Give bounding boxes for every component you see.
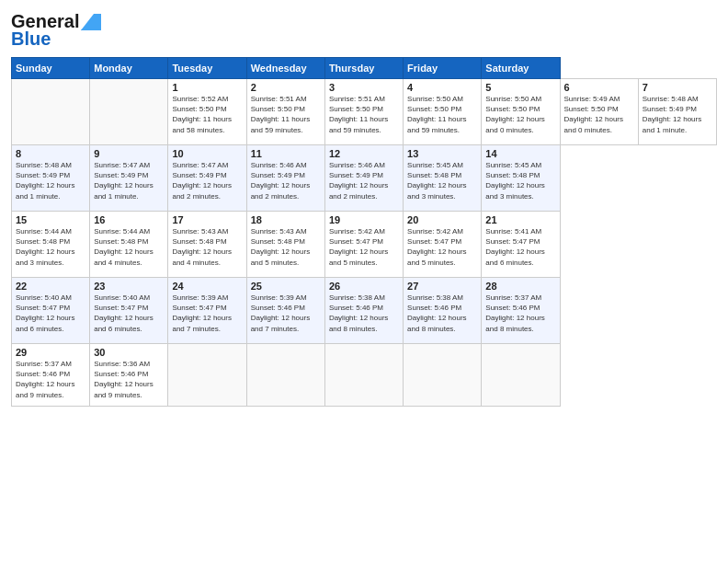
calendar-cell: 30Sunrise: 5:36 AMSunset: 5:46 PMDayligh… (90, 344, 168, 407)
calendar-cell: 8Sunrise: 5:48 AMSunset: 5:49 PMDaylight… (12, 145, 90, 212)
calendar-cell: 25Sunrise: 5:39 AMSunset: 5:46 PMDayligh… (246, 278, 324, 344)
calendar-week-row: 8Sunrise: 5:48 AMSunset: 5:49 PMDaylight… (12, 145, 717, 212)
day-number: 24 (172, 281, 242, 292)
logo-icon (81, 14, 101, 30)
day-number: 10 (172, 148, 242, 159)
day-info: Sunrise: 5:50 AMSunset: 5:50 PMDaylight:… (407, 94, 477, 135)
calendar-cell: 18Sunrise: 5:43 AMSunset: 5:48 PMDayligh… (246, 212, 324, 278)
calendar-cell: 15Sunrise: 5:44 AMSunset: 5:48 PMDayligh… (12, 212, 90, 278)
calendar-cell: 23Sunrise: 5:40 AMSunset: 5:47 PMDayligh… (90, 278, 168, 344)
calendar-cell: 12Sunrise: 5:46 AMSunset: 5:49 PMDayligh… (324, 145, 403, 212)
calendar-cell: 9Sunrise: 5:47 AMSunset: 5:49 PMDaylight… (90, 145, 168, 212)
calendar-cell: 14Sunrise: 5:45 AMSunset: 5:48 PMDayligh… (482, 145, 560, 212)
day-info: Sunrise: 5:45 AMSunset: 5:48 PMDaylight:… (407, 160, 477, 201)
page-header: General Blue (11, 11, 717, 50)
day-number: 13 (407, 148, 477, 159)
day-number: 30 (94, 347, 164, 358)
calendar-cell: 1Sunrise: 5:52 AMSunset: 5:50 PMDaylight… (168, 79, 246, 145)
day-info: Sunrise: 5:44 AMSunset: 5:48 PMDaylight:… (16, 226, 85, 268)
svg-marker-1 (81, 14, 101, 30)
day-number: 27 (407, 281, 477, 292)
day-info: Sunrise: 5:39 AMSunset: 5:46 PMDaylight:… (251, 293, 321, 334)
calendar-cell: 11Sunrise: 5:46 AMSunset: 5:49 PMDayligh… (246, 145, 324, 212)
day-number: 3 (329, 82, 399, 93)
calendar-cell: 19Sunrise: 5:42 AMSunset: 5:47 PMDayligh… (324, 212, 403, 278)
calendar-cell: 6Sunrise: 5:49 AMSunset: 5:50 PMDaylight… (560, 79, 638, 145)
day-info: Sunrise: 5:47 AMSunset: 5:49 PMDaylight:… (172, 160, 242, 201)
day-info: Sunrise: 5:50 AMSunset: 5:50 PMDaylight:… (485, 94, 555, 135)
calendar-page: General Blue SundayMondayTuesdayWednesda… (0, 0, 728, 563)
day-info: Sunrise: 5:41 AMSunset: 5:47 PMDaylight:… (485, 226, 555, 268)
calendar-week-row: 22Sunrise: 5:40 AMSunset: 5:47 PMDayligh… (12, 278, 717, 344)
calendar-week-row: 1Sunrise: 5:52 AMSunset: 5:50 PMDaylight… (12, 79, 717, 145)
day-info: Sunrise: 5:40 AMSunset: 5:47 PMDaylight:… (94, 293, 164, 334)
day-info: Sunrise: 5:46 AMSunset: 5:49 PMDaylight:… (329, 160, 399, 201)
day-info: Sunrise: 5:39 AMSunset: 5:47 PMDaylight:… (172, 293, 242, 334)
calendar-cell: 29Sunrise: 5:37 AMSunset: 5:46 PMDayligh… (12, 344, 90, 407)
day-number: 21 (485, 214, 555, 225)
day-info: Sunrise: 5:51 AMSunset: 5:50 PMDaylight:… (329, 94, 399, 135)
calendar-cell: 5Sunrise: 5:50 AMSunset: 5:50 PMDaylight… (482, 79, 560, 145)
day-number: 4 (407, 82, 477, 93)
calendar-week-row: 29Sunrise: 5:37 AMSunset: 5:46 PMDayligh… (12, 344, 717, 407)
calendar-cell (12, 79, 90, 145)
day-number: 23 (94, 281, 164, 292)
day-info: Sunrise: 5:42 AMSunset: 5:47 PMDaylight:… (329, 226, 399, 268)
day-number: 28 (485, 281, 555, 292)
calendar-cell: 21Sunrise: 5:41 AMSunset: 5:47 PMDayligh… (482, 212, 560, 278)
weekday-header: Monday (90, 58, 168, 79)
day-info: Sunrise: 5:48 AMSunset: 5:49 PMDaylight:… (643, 94, 712, 135)
day-number: 26 (329, 281, 399, 292)
day-number: 19 (329, 214, 399, 225)
weekday-header: Sunday (12, 58, 90, 79)
day-number: 11 (251, 148, 321, 159)
day-info: Sunrise: 5:49 AMSunset: 5:50 PMDaylight:… (564, 94, 634, 135)
calendar-table: SundayMondayTuesdayWednesdayThursdayFrid… (11, 57, 717, 407)
calendar-cell (246, 344, 324, 407)
day-info: Sunrise: 5:43 AMSunset: 5:48 PMDaylight:… (251, 226, 321, 268)
day-number: 14 (485, 148, 555, 159)
calendar-cell: 20Sunrise: 5:42 AMSunset: 5:47 PMDayligh… (404, 212, 482, 278)
day-info: Sunrise: 5:46 AMSunset: 5:49 PMDaylight:… (251, 160, 321, 201)
calendar-cell: 27Sunrise: 5:38 AMSunset: 5:46 PMDayligh… (404, 278, 482, 344)
day-number: 6 (564, 82, 634, 93)
calendar-cell (324, 344, 403, 407)
calendar-cell (168, 344, 246, 407)
day-number: 25 (251, 281, 321, 292)
logo: General Blue (11, 11, 101, 50)
day-number: 15 (16, 214, 85, 225)
calendar-cell: 26Sunrise: 5:38 AMSunset: 5:46 PMDayligh… (324, 278, 403, 344)
day-number: 2 (251, 82, 321, 93)
calendar-cell (90, 79, 168, 145)
calendar-cell: 2Sunrise: 5:51 AMSunset: 5:50 PMDaylight… (246, 79, 324, 145)
day-number: 17 (172, 214, 242, 225)
day-info: Sunrise: 5:51 AMSunset: 5:50 PMDaylight:… (251, 94, 321, 135)
weekday-header: Thursday (324, 58, 403, 79)
day-info: Sunrise: 5:42 AMSunset: 5:47 PMDaylight:… (407, 226, 477, 268)
day-number: 7 (643, 82, 712, 93)
calendar-cell: 10Sunrise: 5:47 AMSunset: 5:49 PMDayligh… (168, 145, 246, 212)
weekday-header: Saturday (482, 58, 560, 79)
day-info: Sunrise: 5:48 AMSunset: 5:49 PMDaylight:… (16, 160, 85, 201)
day-info: Sunrise: 5:47 AMSunset: 5:49 PMDaylight:… (94, 160, 164, 201)
day-number: 18 (251, 214, 321, 225)
calendar-cell: 3Sunrise: 5:51 AMSunset: 5:50 PMDaylight… (324, 79, 403, 145)
weekday-header: Wednesday (246, 58, 324, 79)
weekday-header: Friday (404, 58, 482, 79)
calendar-header: SundayMondayTuesdayWednesdayThursdayFrid… (12, 58, 717, 79)
day-info: Sunrise: 5:44 AMSunset: 5:48 PMDaylight:… (94, 226, 164, 268)
day-number: 5 (485, 82, 555, 93)
calendar-cell: 16Sunrise: 5:44 AMSunset: 5:48 PMDayligh… (90, 212, 168, 278)
calendar-cell: 24Sunrise: 5:39 AMSunset: 5:47 PMDayligh… (168, 278, 246, 344)
calendar-cell (404, 344, 482, 407)
day-number: 8 (16, 148, 85, 159)
day-info: Sunrise: 5:38 AMSunset: 5:46 PMDaylight:… (329, 293, 399, 334)
day-info: Sunrise: 5:45 AMSunset: 5:48 PMDaylight:… (485, 160, 555, 201)
calendar-cell (482, 344, 560, 407)
day-info: Sunrise: 5:36 AMSunset: 5:46 PMDaylight:… (94, 359, 164, 400)
day-info: Sunrise: 5:37 AMSunset: 5:46 PMDaylight:… (485, 293, 555, 334)
day-number: 20 (407, 214, 477, 225)
day-info: Sunrise: 5:38 AMSunset: 5:46 PMDaylight:… (407, 293, 477, 334)
weekday-header: Tuesday (168, 58, 246, 79)
calendar-week-row: 15Sunrise: 5:44 AMSunset: 5:48 PMDayligh… (12, 212, 717, 278)
